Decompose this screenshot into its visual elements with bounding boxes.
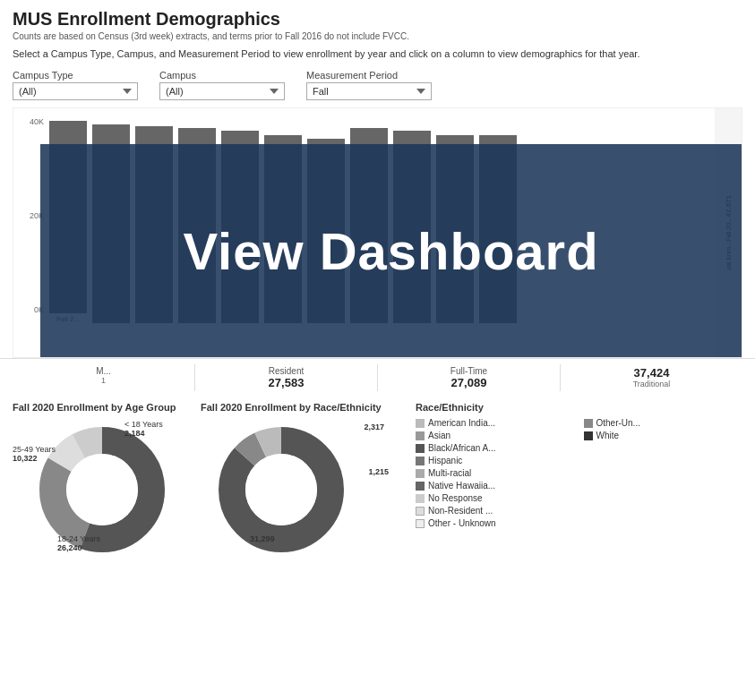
age-donut-svg xyxy=(30,418,174,561)
legend-item-other-unk: Other - Unknown xyxy=(416,518,575,528)
campus-control: Campus (All) xyxy=(159,70,285,100)
campus-type-label: Campus Type xyxy=(13,70,138,81)
header: MUS Enrollment Demographics Counts are b… xyxy=(0,0,755,70)
legend-color-american-indian xyxy=(416,419,425,428)
race-chart-title: Fall 2020 Enrollment by Race/Ethnicity xyxy=(201,402,398,413)
race-donut-svg xyxy=(210,418,353,561)
stat-fulltime: Full-Time 27,089 xyxy=(378,364,561,391)
legend-color-other-unknown xyxy=(584,419,593,428)
page: MUS Enrollment Demographics Counts are b… xyxy=(0,0,755,700)
period-label: Measurement Period xyxy=(306,70,432,81)
legend-item-non-resident: Non-Resident ... xyxy=(416,506,575,516)
instruction: Select a Campus Type, Campus, and Measur… xyxy=(13,48,742,59)
race-label-2317: 2,317 xyxy=(364,423,384,431)
stat-traditional: 37,424 Traditional xyxy=(561,364,742,391)
age-donut-section: Fall 2020 Enrollment by Age Group < 1 xyxy=(13,402,192,585)
campus-select[interactable]: (All) xyxy=(159,82,285,100)
age-label-under18: < 18 Years2,184 xyxy=(124,420,163,438)
legend-section: Race/Ethnicity American India... Other-U… xyxy=(407,402,742,585)
race-label-1215: 1,215 xyxy=(368,467,389,476)
legend-color-asian xyxy=(416,431,425,440)
legend-color-white xyxy=(584,431,593,440)
age-donut-wrapper: < 18 Years2,184 25-49 Years10,322 18-24 … xyxy=(13,418,192,566)
campus-type-control: Campus Type (All) xyxy=(13,70,138,100)
controls-row: Campus Type (All) Campus (All) Measureme… xyxy=(0,70,755,107)
stat-resident: Resident 27,583 xyxy=(195,364,378,391)
legend-color-no-response xyxy=(416,494,425,503)
campus-label: Campus xyxy=(159,70,285,81)
period-select[interactable]: Fall xyxy=(306,82,432,100)
stat-mode: M... 1 xyxy=(13,364,195,391)
race-label-31299: 31,299 xyxy=(250,534,275,543)
legend-item-hispanic: Hispanic xyxy=(416,456,575,465)
age-chart-title: Fall 2020 Enrollment by Age Group xyxy=(13,402,192,413)
page-title: MUS Enrollment Demographics xyxy=(13,9,742,30)
legend-item-empty2 xyxy=(584,456,743,465)
legend-item-no-response: No Response xyxy=(416,493,575,503)
legend-item-asian: Asian xyxy=(416,431,575,440)
legend-item-empty3 xyxy=(584,468,743,478)
svg-point-8 xyxy=(245,454,317,525)
legend-item-empty4 xyxy=(584,481,743,491)
legend-item-empty6 xyxy=(584,506,743,516)
stats-row: M... 1 Resident 27,583 Full-Time 27,089 … xyxy=(0,358,755,395)
legend-color-native-hawaiian xyxy=(416,482,425,491)
legend-color-non-resident xyxy=(416,507,425,516)
race-donut-wrapper: 2,317 1,215 31,299 xyxy=(201,418,389,566)
legend-item-empty5 xyxy=(584,493,743,503)
subtitle: Counts are based on Census (3rd week) ex… xyxy=(13,31,742,41)
legend-color-black-african xyxy=(416,444,425,453)
legend-item-other-unknown: Other-Un... xyxy=(584,418,743,428)
chart-area: 40K 20K 0K Fall 2... 42,671 Fall 20... u… xyxy=(13,107,742,358)
campus-type-select[interactable]: (All) xyxy=(13,82,138,100)
legend-item-native-hawaiian: Native Hawaiia... xyxy=(416,481,575,491)
view-dashboard-text: View Dashboard xyxy=(183,221,598,281)
age-label-18-24: 18-24 Years26,240 xyxy=(57,534,100,552)
legend-color-multiracial xyxy=(416,469,425,478)
legend-item-empty1 xyxy=(584,443,743,453)
svg-point-4 xyxy=(66,454,138,525)
legend-grid: American India... Other-Un... Asian Whit… xyxy=(416,418,742,528)
legend-color-other-unk xyxy=(416,519,425,528)
bottom-section: Fall 2020 Enrollment by Age Group < 1 xyxy=(0,395,755,592)
legend-item-white: White xyxy=(584,431,743,440)
legend-item-american-indian: American India... xyxy=(416,418,575,428)
age-label-25-49: 25-49 Years10,322 xyxy=(13,445,56,463)
legend-item-multiracial: Multi-racial xyxy=(416,468,575,478)
view-dashboard-overlay[interactable]: View Dashboard xyxy=(40,144,742,357)
legend-title: Race/Ethnicity xyxy=(416,402,742,413)
period-control: Measurement Period Fall xyxy=(306,70,432,100)
legend-item-black-african: Black/African A... xyxy=(416,443,575,453)
legend-color-hispanic xyxy=(416,457,425,465)
race-donut-section: Fall 2020 Enrollment by Race/Ethnicity 2… xyxy=(201,402,398,585)
